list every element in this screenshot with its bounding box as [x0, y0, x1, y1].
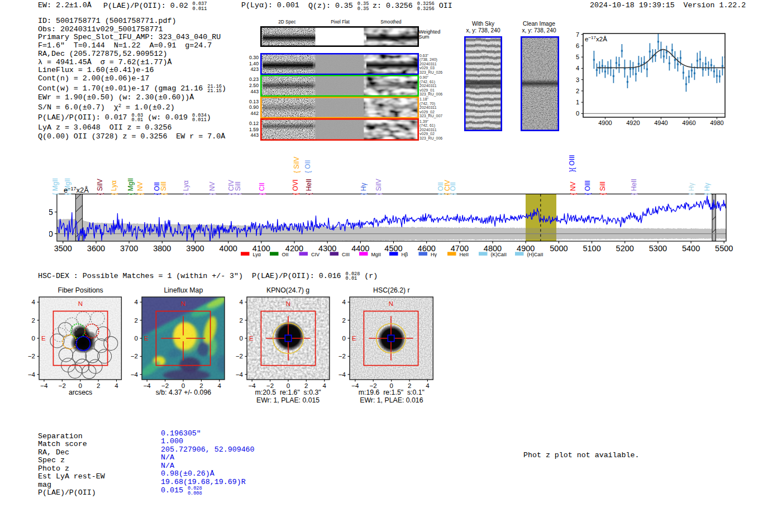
svg-text:N: N: [286, 300, 290, 307]
svg-text:4500: 4500: [384, 244, 402, 253]
svg-text:0: 0: [239, 335, 242, 342]
svg-text:{ HeII: { HeII: [630, 179, 638, 195]
svg-text:3: 3: [576, 76, 579, 83]
svg-text:HeII: HeII: [460, 252, 469, 257]
svg-text:5: 5: [49, 208, 53, 217]
svg-text:6: 6: [576, 42, 579, 49]
svg-text:N: N: [78, 300, 83, 307]
svg-text:CIII: CIII: [342, 252, 350, 257]
svg-text:−4: −4: [131, 371, 139, 378]
svg-text:{ OIII: { OIII: [584, 180, 592, 195]
svg-text:{ MgII: { MgII: [127, 178, 135, 195]
svg-text:3900: 3900: [186, 244, 204, 253]
svg-text:0: 0: [342, 335, 346, 342]
svg-text:0: 0: [576, 110, 579, 117]
svg-text:4300: 4300: [318, 244, 336, 253]
svg-text:2: 2: [342, 317, 346, 324]
svg-text:{ SiIV: { SiIV: [96, 179, 104, 195]
svg-text:E: E: [249, 335, 254, 342]
svg-text:5000: 5000: [550, 244, 568, 253]
svg-text:4: 4: [342, 299, 346, 305]
svg-text:4000: 4000: [220, 244, 237, 253]
svg-text:MgII: MgII: [371, 252, 382, 257]
svg-text:e−17x2Å: e−17x2Å: [585, 35, 607, 42]
svg-text:{ NV: { NV: [569, 181, 577, 195]
svg-text:4980: 4980: [710, 119, 723, 126]
svg-text:3800: 3800: [153, 244, 171, 253]
svg-text:4400: 4400: [351, 244, 369, 253]
svg-text:0: 0: [135, 335, 138, 342]
svg-text:{ Lyα: { Lyα: [110, 180, 118, 195]
svg-text:5100: 5100: [583, 244, 600, 253]
svg-text:{ Hγ: { Hγ: [360, 183, 368, 195]
svg-text:(H)CaII: (H)CaII: [527, 252, 543, 257]
svg-text:Hβ: Hβ: [402, 252, 408, 257]
svg-text:{ NV: { NV: [208, 181, 216, 195]
svg-text:5200: 5200: [616, 244, 634, 253]
svg-text:5500: 5500: [715, 244, 733, 253]
svg-text:5: 5: [576, 54, 579, 60]
svg-text:N: N: [389, 300, 393, 307]
svg-text:2: 2: [239, 317, 242, 324]
svg-text:{ SiII: { SiII: [234, 181, 242, 195]
svg-text:{ SiII: { SiII: [160, 181, 168, 195]
svg-text:{ SiIV: { SiIV: [375, 179, 383, 195]
svg-text:3500: 3500: [54, 244, 72, 253]
svg-text:1: 1: [576, 99, 579, 106]
svg-text:{ MgII: { MgII: [51, 178, 59, 195]
svg-text:{ SiII: { SiII: [599, 181, 607, 195]
svg-text:4: 4: [32, 299, 36, 305]
svg-text:−2: −2: [131, 353, 138, 360]
svg-text:2: 2: [576, 88, 579, 94]
svg-text:{ OVI: { OVI: [292, 179, 299, 195]
svg-text:{ Lyα: { Lyα: [182, 180, 190, 195]
svg-text:−4: −4: [338, 371, 346, 378]
svg-text:CIV: CIV: [311, 252, 320, 257]
svg-text:{ SiIV: { SiIV: [293, 157, 301, 173]
svg-text:(K)CaII: (K)CaII: [491, 252, 507, 257]
svg-text:3700: 3700: [120, 244, 138, 253]
svg-text:OII: OII: [282, 252, 289, 257]
svg-text:7: 7: [576, 31, 579, 38]
svg-text:{ CII: { CII: [258, 183, 266, 195]
svg-text:2: 2: [135, 317, 138, 324]
svg-text:E: E: [352, 335, 356, 342]
svg-text:{ HeII: { HeII: [305, 179, 313, 195]
svg-text:{ OII: { OII: [449, 182, 457, 195]
svg-text:4920: 4920: [626, 119, 640, 126]
svg-text:E: E: [41, 335, 46, 342]
svg-text:4900: 4900: [598, 119, 612, 126]
svg-text:2: 2: [32, 317, 35, 324]
svg-text:4: 4: [239, 299, 243, 305]
svg-text:−4: −4: [28, 371, 36, 378]
svg-text:0: 0: [32, 335, 35, 342]
svg-text:−2: −2: [338, 353, 346, 360]
svg-text:0: 0: [49, 229, 53, 238]
svg-text:Hγ: Hγ: [431, 252, 437, 257]
svg-text:4960: 4960: [682, 119, 695, 126]
svg-text:5300: 5300: [649, 244, 667, 253]
svg-text:−2: −2: [236, 353, 243, 360]
svg-text:5400: 5400: [682, 244, 700, 253]
svg-text:e−17x2Å: e−17x2Å: [64, 186, 89, 195]
svg-text:{ NV: { NV: [136, 181, 144, 195]
svg-text:−2: −2: [28, 353, 35, 360]
svg-text:}{ OIII: }{ OIII: [568, 155, 576, 172]
svg-text:Lyα: Lyα: [253, 252, 261, 257]
svg-text:{ OII: { OII: [304, 160, 312, 173]
svg-text:4: 4: [135, 299, 139, 305]
svg-text:4940: 4940: [654, 119, 667, 126]
svg-text:4: 4: [576, 65, 579, 71]
svg-text:{ Hγ: { Hγ: [688, 183, 695, 195]
svg-text:{ Hγ: { Hγ: [703, 183, 711, 195]
svg-text:3600: 3600: [87, 244, 105, 253]
svg-text:−4: −4: [236, 371, 244, 378]
svg-text:N: N: [181, 300, 185, 307]
svg-text:E: E: [144, 335, 149, 342]
